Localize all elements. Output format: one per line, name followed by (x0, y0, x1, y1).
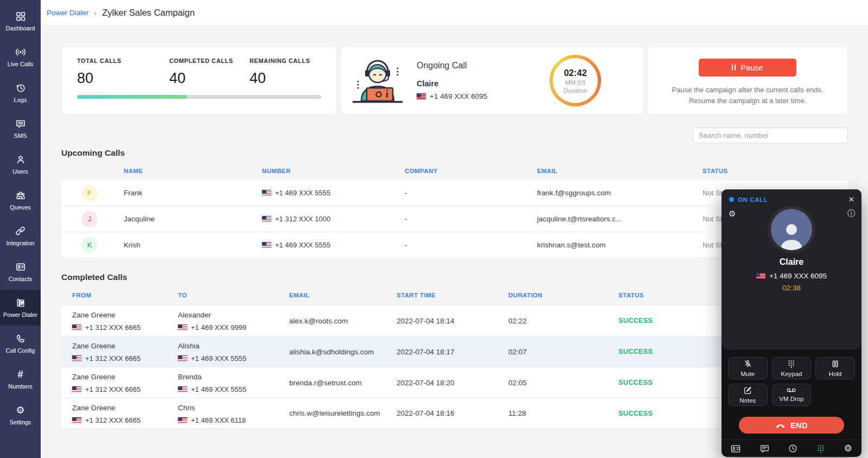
contacts-card-icon (15, 262, 26, 272)
call-duration-value: 02:42 (564, 68, 586, 78)
call-start-time: 2022-07-04 18:17 (397, 348, 508, 356)
to-name: Chris (178, 404, 195, 412)
us-flag-icon (756, 273, 765, 279)
vm-drop-button[interactable]: VM Drop (772, 384, 812, 406)
sidebar-item-queues[interactable]: Queues (0, 182, 41, 218)
total-calls-label: TOTAL CALLS (77, 58, 169, 64)
pause-icon (732, 65, 736, 71)
completed-calls-value: 40 (169, 70, 250, 87)
sidebar-item-settings[interactable]: ⚙ Settings (0, 397, 41, 433)
sidebar-item-logs[interactable]: Logs (0, 75, 41, 111)
keypad-icon (788, 360, 795, 369)
call-email: alishia.k@sdholdings.com (289, 348, 397, 356)
sidebar-item-label: Power Dialer (3, 311, 37, 318)
sidebar-item-label: Call Config (6, 347, 35, 354)
pause-description-line1: Pause the campaign after the current cal… (648, 85, 847, 96)
from-name: Zane Greene (72, 404, 116, 412)
call-email: alex.k@roots.com (289, 317, 397, 325)
gear-icon[interactable]: ⚙ (844, 444, 852, 453)
total-calls-value: 80 (77, 70, 169, 87)
contact-name: Krish (124, 241, 262, 249)
call-widget: ON CALL ✕ ⚙ ⓘ Claire +1 469 XXX 6095 02:… (722, 189, 861, 457)
end-call-button[interactable]: END (739, 417, 844, 434)
notes-edit-icon (744, 386, 752, 396)
sidebar-item-call-config[interactable]: Call Config (0, 326, 41, 361)
pause-button[interactable]: Pause (699, 59, 796, 77)
dashboard-icon (15, 11, 26, 22)
keypad-button[interactable]: Keypad (772, 357, 812, 379)
sidebar-item-dashboard[interactable]: Dashboard (0, 3, 41, 39)
ongoing-call-card: Ongoing Call Claire +1 469 XXX 6095 02:4… (340, 46, 644, 115)
caller-name: Claire (722, 257, 861, 267)
call-duration: 02:05 (508, 379, 618, 387)
search-input[interactable] (693, 128, 848, 143)
col-header-status: STATUS (703, 168, 848, 174)
hold-button[interactable]: Hold (815, 357, 855, 379)
integration-link-icon (15, 226, 26, 237)
queues-group-icon (15, 190, 26, 201)
sidebar-item-sms[interactable]: SMS (0, 111, 41, 147)
to-number: +1 469 XXX 5555 (191, 385, 246, 393)
from-number: +1 312 XXX 6665 (85, 354, 141, 362)
sidebar-item-label: SMS (14, 132, 27, 139)
notes-button[interactable]: Notes (728, 384, 768, 406)
contact-email: krishnan.s@test.com (537, 241, 703, 249)
sidebar-item-power-dialer[interactable]: Power Dialer (0, 290, 41, 326)
hangup-phone-icon (775, 421, 786, 430)
from-name: Zane Greene (72, 373, 116, 381)
gear-icon[interactable]: ⚙ (729, 209, 736, 219)
chat-icon[interactable] (760, 444, 769, 453)
hash-icon: # (15, 369, 26, 380)
contact-number: +1 469 XXX 5555 (275, 241, 330, 249)
sidebar-item-users[interactable]: Users (0, 147, 41, 182)
us-flag-icon (178, 325, 187, 330)
col-header-email: EMAIL (537, 168, 703, 174)
us-flag-icon (178, 417, 187, 423)
clock-history-icon[interactable] (788, 444, 797, 453)
contact-card-icon[interactable] (731, 444, 741, 453)
avatar: J (81, 211, 98, 227)
pause-button-label: Pause (741, 63, 763, 72)
breadcrumb-parent-link[interactable]: Power Dialer (47, 9, 88, 17)
sidebar-item-label: Queues (10, 204, 31, 211)
campaign-stats-card: TOTAL CALLS 80 COMPLETED CALLS 40 REMAIN… (61, 46, 337, 115)
user-icon (15, 154, 26, 165)
sidebar-item-integration[interactable]: Integration (0, 218, 41, 254)
col-header-start-time: START TIME (397, 292, 508, 298)
avatar: K (81, 237, 98, 253)
col-header-number: NUMBER (262, 168, 405, 174)
hold-icon (832, 360, 839, 369)
breadcrumb-separator: › (94, 8, 97, 17)
call-config-phone-icon (15, 333, 26, 344)
close-icon[interactable]: ✕ (848, 195, 854, 203)
agent-illustration (350, 53, 405, 109)
end-call-label: END (790, 421, 808, 430)
info-icon[interactable]: ⓘ (847, 209, 855, 219)
ongoing-call-number: +1 469 XXX 6095 (430, 92, 487, 100)
col-header-name: NAME (124, 168, 262, 174)
pause-description-line2: Resume the campaign at a later time. (648, 96, 847, 106)
sidebar-item-contacts[interactable]: Contacts (0, 254, 41, 290)
avatar-initial: J (88, 215, 92, 223)
col-header-duration: DURATION (508, 292, 618, 298)
contact-email: frank.f@sggroups.com (537, 189, 703, 197)
campaign-progress-bar (77, 95, 321, 99)
to-name: Brenda (178, 373, 202, 381)
col-header-email: EMAIL (289, 292, 397, 298)
to-number: +1 469 XXX 6118 (191, 416, 246, 424)
col-header-company: COMPANY (405, 168, 537, 174)
from-name: Zane Greene (72, 311, 116, 319)
avatar: F (81, 185, 98, 201)
mute-button[interactable]: Mute (728, 357, 768, 379)
from-number: +1 312 XXX 6665 (85, 323, 141, 332)
sidebar-item-live-calls[interactable]: Live Calls (0, 39, 41, 75)
col-header-to: TO (178, 292, 289, 298)
call-start-time: 2022-07-04 18:16 (397, 409, 508, 417)
sidebar-item-label: Users (12, 168, 28, 175)
sidebar: Dashboard Live Calls Logs SMS Users Queu… (0, 0, 41, 458)
sidebar-item-numbers[interactable]: # Numbers (0, 361, 41, 397)
sidebar-item-label: Settings (10, 419, 31, 425)
notes-label: Notes (739, 397, 756, 404)
keypad-green-icon[interactable] (817, 444, 825, 453)
contact-name: Frank (124, 189, 262, 197)
